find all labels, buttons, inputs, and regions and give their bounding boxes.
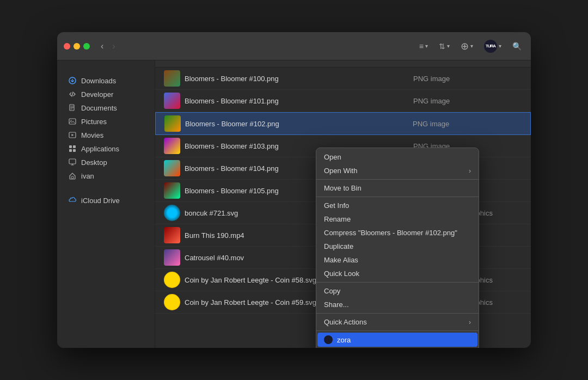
- file-row[interactable]: Bloomers - Bloomer #102.png PNG image: [155, 112, 531, 135]
- context-menu-subitem-mint-fun[interactable]: mint.fun: [316, 347, 479, 348]
- svg-point-3: [71, 120, 72, 121]
- menu-item-label: Quick Look: [324, 269, 359, 278]
- file-kind: PNG image: [413, 97, 522, 105]
- sidebar-item-label: ivan: [81, 172, 94, 180]
- svg-rect-5: [69, 145, 72, 148]
- svg-rect-6: [73, 145, 76, 148]
- context-menu: Open Open With › Move to Bin Get Info Re…: [316, 148, 479, 348]
- context-menu-item-quick-look[interactable]: Quick Look: [316, 267, 479, 280]
- context-menu-item-make-alias[interactable]: Make Alias: [316, 253, 479, 267]
- file-kind: PNG image: [413, 75, 522, 83]
- view-options-button[interactable]: ≡ ▾: [416, 40, 431, 52]
- sidebar-item-applications[interactable]: Applications: [59, 142, 152, 155]
- svg-rect-8: [73, 149, 76, 152]
- file-thumbnail: [164, 93, 180, 109]
- context-menu-item-open-with[interactable]: Open With ›: [316, 164, 479, 177]
- action-icon: ⊕: [461, 40, 469, 52]
- close-button[interactable]: [64, 43, 70, 50]
- documents-icon: [68, 103, 77, 112]
- context-menu-item-get-info[interactable]: Get Info: [316, 199, 479, 212]
- menu-item-label: Share...: [324, 301, 349, 309]
- sidebar-item-label: Downloads: [81, 77, 116, 85]
- zora-icon: [324, 335, 333, 344]
- menu-separator: [316, 282, 479, 283]
- sidebar-item-label: Pictures: [81, 118, 107, 126]
- sidebar-item-icloud-drive[interactable]: iCloud Drive: [59, 194, 152, 207]
- menu-item-label: Open With: [324, 167, 357, 175]
- svg-rect-7: [69, 149, 72, 152]
- sidebar: Downloads Developer Documents: [57, 60, 155, 348]
- file-kind: PNG image: [413, 120, 522, 128]
- submenu-arrow-icon: ›: [469, 167, 471, 175]
- sort-chevron: ▾: [447, 43, 450, 49]
- action-chevron: ▾: [470, 43, 473, 49]
- cloud-chevron: ▾: [499, 43, 501, 49]
- menu-item-label: Move to Bin: [324, 184, 362, 192]
- file-thumbnail: [164, 294, 180, 310]
- context-menu-item-quick-actions[interactable]: Quick Actions ›: [316, 315, 479, 329]
- sidebar-item-movies[interactable]: Movies: [59, 128, 152, 142]
- view-icon: ≡: [419, 42, 424, 51]
- context-menu-item-copy[interactable]: Copy: [316, 284, 479, 298]
- sidebar-item-desktop[interactable]: Desktop: [59, 156, 152, 169]
- sidebar-item-developer[interactable]: Developer: [59, 88, 152, 101]
- developer-icon: [68, 90, 77, 99]
- sort-button[interactable]: ⇅ ▾: [436, 40, 452, 52]
- file-thumbnail: [164, 227, 180, 243]
- file-row[interactable]: Bloomers - Bloomer #100.png PNG image: [155, 68, 531, 90]
- menu-item-label: Duplicate: [324, 242, 353, 250]
- cloud-icon: TURA: [484, 40, 497, 53]
- submenu-arrow-icon: ›: [469, 318, 471, 326]
- menu-item-left: zora: [324, 335, 351, 344]
- cloud-label: TURA: [486, 44, 495, 48]
- pictures-icon: [68, 117, 77, 126]
- menu-item-label: Make Alias: [324, 256, 358, 264]
- sidebar-item-downloads[interactable]: Downloads: [59, 74, 152, 87]
- file-thumbnail: [164, 160, 180, 176]
- view-chevron: ▾: [425, 43, 428, 49]
- cloud-button[interactable]: TURA ▾: [481, 38, 504, 54]
- sort-icon: ⇅: [439, 42, 445, 51]
- file-thumbnail: [164, 115, 181, 132]
- sidebar-item-pictures[interactable]: Pictures: [59, 115, 152, 128]
- action-button[interactable]: ⊕ ▾: [458, 39, 476, 54]
- file-thumbnail: [164, 205, 180, 221]
- minimize-button[interactable]: [74, 43, 80, 50]
- toolbar-right: ≡ ▾ ⇅ ▾ ⊕ ▾ TURA ▾ 🔍: [416, 38, 524, 54]
- context-menu-item-move-to-bin[interactable]: Move to Bin: [316, 181, 479, 195]
- sidebar-item-ivan[interactable]: ivan: [59, 169, 152, 182]
- menu-item-label: Get Info: [324, 201, 349, 210]
- context-menu-item-share[interactable]: Share...: [316, 298, 479, 311]
- back-button[interactable]: ‹: [99, 40, 106, 52]
- file-name: Bloomers - Bloomer #100.png: [185, 75, 409, 83]
- search-icon: 🔍: [512, 42, 522, 51]
- file-name: Bloomers - Bloomer #101.png: [185, 97, 409, 105]
- downloads-icon: [68, 76, 77, 85]
- file-name: Bloomers - Bloomer #102.png: [185, 120, 408, 128]
- favourites-label: [57, 67, 155, 73]
- menu-separator: [316, 197, 479, 197]
- svg-rect-9: [69, 159, 76, 164]
- sidebar-item-label: Desktop: [81, 158, 107, 167]
- sidebar-item-documents[interactable]: Documents: [59, 101, 152, 114]
- file-thumbnail: [164, 182, 180, 199]
- menu-separator: [316, 179, 479, 180]
- menu-sub-label: zora: [337, 336, 351, 344]
- movies-icon: [68, 131, 77, 139]
- context-menu-item-rename[interactable]: Rename: [316, 212, 479, 226]
- file-row[interactable]: Bloomers - Bloomer #101.png PNG image: [155, 90, 531, 112]
- search-button[interactable]: 🔍: [510, 40, 524, 52]
- desktop-icon: [68, 158, 77, 167]
- forward-button[interactable]: ›: [110, 40, 117, 52]
- file-thumbnail: [164, 272, 180, 288]
- menu-separator: [316, 313, 479, 314]
- context-menu-subitem-zora[interactable]: zora: [317, 333, 477, 347]
- menu-item-label: Rename: [324, 215, 351, 223]
- context-menu-item-open[interactable]: Open: [316, 150, 479, 164]
- context-menu-item-duplicate[interactable]: Duplicate: [316, 240, 479, 253]
- maximize-button[interactable]: [83, 43, 90, 50]
- menu-item-label: Open: [324, 153, 341, 161]
- icloud-label: [57, 187, 155, 193]
- file-thumbnail: [164, 138, 180, 154]
- context-menu-item-compress[interactable]: Compress "Bloomers - Bloomer #102.png": [316, 226, 479, 240]
